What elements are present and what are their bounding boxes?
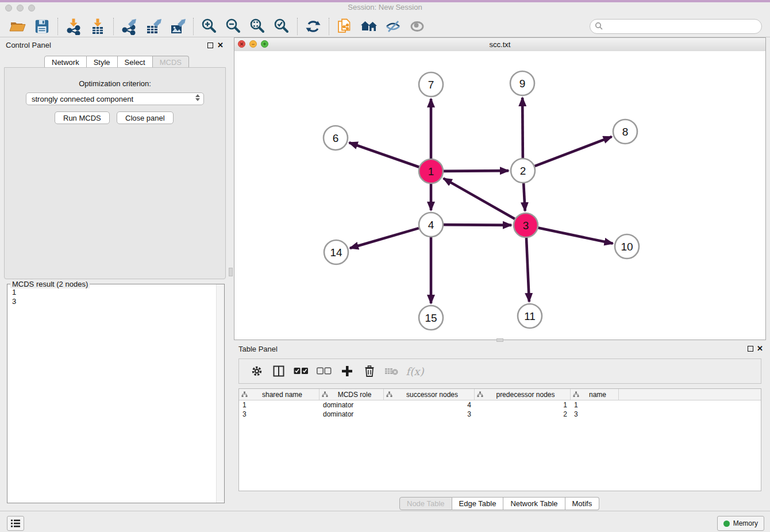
zoom-selected-button[interactable] (270, 17, 294, 36)
table-settings-button[interactable] (246, 361, 268, 381)
edge-4-14[interactable] (350, 228, 419, 248)
run-mcds-button[interactable]: Run MCDS (55, 111, 110, 124)
node-8[interactable]: 8 (613, 119, 637, 144)
function-icon: f(x) (406, 365, 424, 377)
select-all-button[interactable] (290, 361, 313, 381)
node-label: 8 (622, 126, 629, 138)
column-header-name[interactable]: name (571, 389, 619, 400)
horizontal-divider-handle[interactable] (496, 338, 503, 342)
delete-table-button[interactable] (380, 361, 402, 381)
attribute-icon (322, 391, 328, 398)
import-table-button[interactable] (86, 17, 110, 36)
refresh-icon (305, 18, 322, 35)
show-all-button[interactable] (405, 17, 429, 36)
tab-edge-table[interactable]: Edge Table (452, 497, 504, 510)
task-history-button[interactable] (7, 516, 24, 531)
deselect-all-icon (317, 367, 332, 375)
node-3[interactable]: 3 (514, 213, 538, 237)
function-builder-button[interactable]: f(x) (402, 361, 428, 381)
table-toolbar: f(x) (238, 358, 761, 384)
export-network-button[interactable] (117, 17, 141, 36)
column-header-shared-name[interactable]: shared name (239, 389, 319, 400)
node-1[interactable]: 1 (419, 159, 443, 183)
tab-network-table[interactable]: Network Table (503, 497, 565, 510)
edge-2-9[interactable] (522, 98, 523, 158)
tab-node-table[interactable]: Node Table (399, 497, 452, 510)
edge-1-2[interactable] (444, 171, 509, 171)
home-icon (360, 18, 378, 35)
search-input[interactable] (590, 19, 762, 34)
zoom-in-button[interactable] (197, 17, 221, 36)
zoom-out-button[interactable] (221, 17, 245, 36)
table-row[interactable]: 3dominator323 (239, 410, 761, 419)
table-row[interactable]: 1dominator411 (239, 400, 761, 410)
node-7[interactable]: 7 (419, 72, 443, 97)
save-icon (34, 18, 50, 34)
edge-1-6[interactable] (349, 142, 419, 167)
application-window: Session: New Session (0, 0, 770, 532)
control-panel-close-icon[interactable]: ✕ (217, 43, 224, 48)
network-canvas[interactable]: 7968124314101511 (234, 51, 765, 340)
import-network-button[interactable] (61, 17, 86, 36)
column-header-predecessor-nodes[interactable]: predecessor nodes (475, 389, 571, 400)
toolbar-separator (329, 18, 329, 35)
table-body: 1dominator4113dominator323 (239, 400, 761, 419)
node-14[interactable]: 14 (324, 240, 348, 264)
memory-status-icon (723, 521, 730, 527)
window-titlebar: Session: New Session (0, 2, 770, 16)
edge-3-11[interactable] (526, 238, 529, 302)
edge-2-8[interactable] (535, 137, 612, 166)
table-header-row: shared nameMCDS rolesuccessor nodesprede… (239, 389, 761, 400)
export-table-button[interactable] (141, 17, 165, 36)
save-session-button[interactable] (30, 17, 54, 36)
export-image-button[interactable] (165, 17, 190, 36)
vertical-divider-handle[interactable] (229, 268, 233, 276)
node-label: 10 (621, 241, 633, 253)
edge-2-3[interactable] (523, 183, 525, 211)
table-panel-close-icon[interactable]: ✕ (757, 346, 763, 352)
table-panel-title: Table Panel (238, 345, 278, 353)
apply-layout-button[interactable] (301, 17, 325, 36)
node-2[interactable]: 2 (511, 159, 535, 183)
node-6[interactable]: 6 (324, 126, 348, 150)
export-table-icon (145, 18, 162, 35)
node-table: shared nameMCDS rolesuccessor nodesprede… (238, 388, 761, 491)
column-header-MCDS-role[interactable]: MCDS role (319, 389, 384, 400)
memory-button[interactable]: Memory (717, 516, 764, 531)
delete-column-button[interactable] (359, 361, 380, 381)
status-bar: Memory (0, 511, 770, 532)
edge-4-3[interactable] (444, 225, 511, 225)
window-title: Session: New Session (0, 3, 770, 11)
result-scrollbar[interactable] (216, 284, 224, 503)
first-neighbors-button[interactable] (357, 17, 381, 36)
column-header-label: MCDS role (328, 391, 381, 399)
close-panel-button[interactable]: Close panel (117, 111, 174, 124)
cell-successor-nodes: 4 (384, 401, 475, 409)
deselect-all-button[interactable] (313, 361, 336, 381)
cell-shared-name: 1 (239, 401, 319, 409)
node-9[interactable]: 9 (510, 71, 534, 95)
hide-selected-button[interactable] (381, 17, 405, 36)
new-network-from-file-button[interactable] (333, 17, 357, 36)
column-header-successor-nodes[interactable]: successor nodes (384, 389, 475, 400)
node-4[interactable]: 4 (419, 213, 443, 237)
node-label: 6 (333, 132, 339, 144)
edge-3-10[interactable] (538, 228, 613, 244)
toolbar-separator (297, 18, 298, 35)
node-15[interactable]: 15 (419, 306, 443, 330)
edge-3-1[interactable] (444, 178, 515, 219)
zoom-fit-icon (249, 18, 266, 35)
open-session-button[interactable] (6, 17, 30, 36)
criterion-dropdown[interactable]: strongly connected component (26, 92, 204, 105)
list-icon (10, 519, 21, 528)
show-columns-button[interactable] (268, 361, 290, 381)
tab-motifs[interactable]: Motifs (565, 497, 600, 510)
zoom-fit-button[interactable] (245, 17, 270, 36)
node-11[interactable]: 11 (518, 304, 542, 328)
node-10[interactable]: 10 (615, 234, 639, 259)
toolbar-separator (57, 18, 58, 35)
table-panel-float-icon[interactable] (748, 346, 753, 352)
attribute-icon (573, 391, 579, 398)
control-panel-float-icon[interactable] (207, 43, 213, 48)
create-column-button[interactable] (336, 361, 359, 381)
